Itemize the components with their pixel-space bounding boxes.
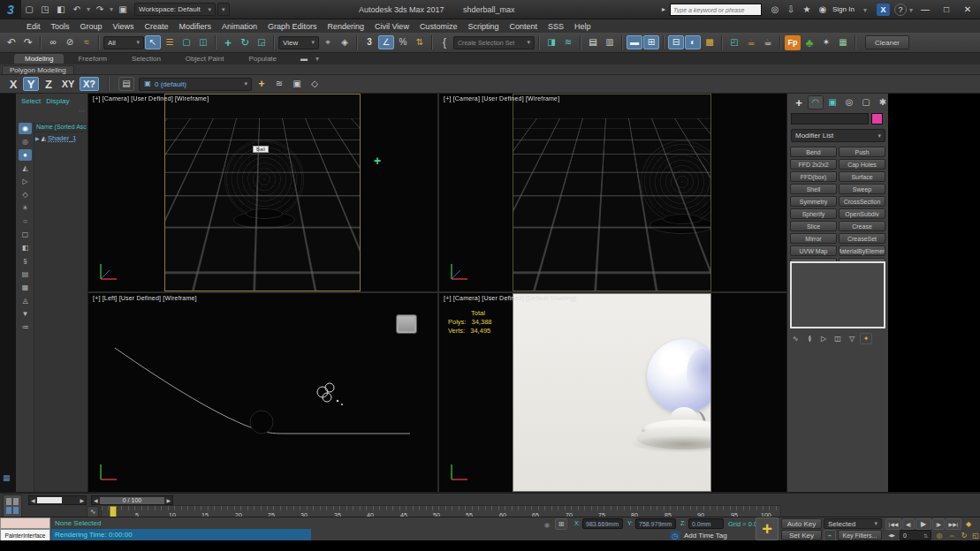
align-icon[interactable]: ≋ (560, 35, 576, 49)
explorer-hscrollbar[interactable]: ◀ ▶ (28, 495, 87, 505)
snap-toggle-3d-icon[interactable]: 3 (361, 35, 377, 49)
a360-icon[interactable]: X (877, 4, 890, 16)
modifier-slice-button[interactable]: Slice (790, 221, 837, 231)
menu-edit[interactable]: Edit (21, 22, 46, 31)
select-link-icon[interactable]: ∞ (45, 35, 61, 49)
curve-editor-icon[interactable]: ⊞ (643, 35, 659, 49)
spinner-snap-icon[interactable]: ⇅ (412, 35, 428, 49)
viewport-label[interactable]: [+] [Left] [User Defined] [Wireframe] (93, 295, 197, 301)
select-rotate-icon[interactable]: ↻ (237, 35, 253, 49)
viewport-bottom-left[interactable]: [+] [Left] [User Defined] [Wireframe] (88, 293, 437, 492)
forest-tree-icon[interactable]: ♣ (801, 35, 817, 49)
layer-stack-icon[interactable]: ▤ (118, 77, 134, 91)
open-file-icon[interactable]: ◳ (37, 3, 53, 17)
play-button[interactable]: ▶ (915, 518, 931, 530)
make-unique-icon[interactable]: ◫ (832, 333, 844, 344)
frame-counter-bar[interactable]: ◀ 0 / 100 ▶ (91, 495, 173, 505)
expand-arrow-icon[interactable]: ▶ (35, 135, 40, 141)
current-frame-field[interactable]: 0 ⇅ (900, 530, 931, 540)
schematic-view-icon[interactable]: ⊟ (668, 35, 684, 49)
panel-tab-display-icon[interactable]: ▢ (858, 95, 874, 109)
viewport-label[interactable]: [+] [Camera] [User Defined] [Default Sha… (444, 295, 576, 301)
menu-content[interactable]: Content (504, 22, 543, 31)
new-file-icon[interactable]: ▢ (21, 3, 37, 17)
explorer-item-label[interactable]: Shader_1 (48, 134, 77, 142)
named-selection-set-dropdown[interactable]: Create Selection Set ▾ (453, 36, 535, 49)
viewport-top-right[interactable]: [+] [Camera] [User Defined] [Wireframe] (439, 94, 786, 291)
viewport-top-left[interactable]: Ball [+] [Camera] [User Defined] [Wirefr… (88, 94, 437, 291)
modifier-surface-button[interactable]: Surface (839, 171, 885, 182)
modifier-ffd2-button[interactable]: FFD 2x2x2 (790, 159, 837, 170)
ribbon-tab-object-paint[interactable]: Object Paint (175, 54, 235, 64)
modifier-creaseset-button[interactable]: CreaseSet (839, 233, 885, 244)
filter-display-none-icon[interactable]: ◎ (19, 136, 32, 147)
frame-next-icon[interactable]: ▶ (164, 497, 172, 503)
workspace-dropdown[interactable]: Workspace: Default ▾ (134, 3, 216, 16)
object-name-field[interactable] (791, 113, 869, 125)
viewport-divider-horizontal[interactable] (88, 291, 786, 293)
z-coord-field[interactable]: 0.0mm (688, 518, 724, 529)
ribbon-tab-selection[interactable]: Selection (121, 54, 171, 64)
select-manipulate-icon[interactable]: ◈ (337, 35, 353, 49)
select-object-icon[interactable]: ↖ (145, 35, 161, 49)
edit-named-sets-icon[interactable]: { (437, 35, 452, 49)
help-icon[interactable]: ? (894, 4, 907, 16)
set-key-button[interactable]: Set Key (781, 530, 822, 540)
menu-graph-editors[interactable]: Graph Editors (262, 22, 323, 31)
maxscript-listener-tab[interactable]: PainterInterface (0, 529, 50, 541)
maximize-button[interactable]: □ (938, 3, 954, 17)
communication-center-icon[interactable]: ◎ (767, 3, 783, 17)
rectangular-region-icon[interactable]: ▢ (179, 35, 194, 49)
auto-key-button[interactable]: Auto Key (781, 518, 822, 529)
modifier-uvwmap-button[interactable]: UVW Map (790, 245, 837, 256)
previous-frame-button[interactable]: ◀| (902, 518, 915, 530)
filter-display-all-icon[interactable]: ◉ (19, 123, 32, 134)
filter-cameras-icon[interactable]: ◇ (19, 189, 32, 200)
remove-modifier-icon[interactable]: ▽ (846, 333, 858, 344)
ribbon-minimize-icon[interactable]: ▬ (298, 53, 310, 64)
modifier-crosssection-button[interactable]: CrossSection (839, 196, 885, 207)
axis-z-button[interactable]: Z (41, 77, 57, 91)
explorer-tab-select[interactable]: Select (21, 97, 41, 105)
filter-containers-icon[interactable]: ▤ (19, 268, 32, 280)
modifier-bend-button[interactable]: Bend (790, 147, 837, 157)
filter-materials-icon[interactable]: ▦ (19, 282, 32, 293)
select-scale-icon[interactable]: ◲ (254, 35, 270, 49)
panel-tab-motion-icon[interactable]: ◎ (841, 95, 857, 109)
save-file-icon[interactable]: ◧ (53, 3, 69, 17)
ribbon-tab-modeling[interactable]: Modeling (14, 54, 64, 64)
modifier-spherify-button[interactable]: Spherify (790, 208, 837, 219)
rendered-frame-window-icon[interactable]: ◰ (726, 35, 742, 49)
panel-tab-modify-icon[interactable]: ◠ (808, 95, 824, 109)
reference-coordinate-dropdown[interactable]: View ▾ (278, 36, 319, 49)
undo-icon[interactable]: ↶ (69, 3, 85, 17)
menu-group[interactable]: Group (75, 22, 108, 31)
window-crossing-icon[interactable]: ◫ (195, 35, 211, 49)
create-layer-icon[interactable]: + (254, 77, 270, 91)
object-color-swatch[interactable] (871, 113, 883, 125)
explorer-row-shader1[interactable]: ▶ ◭ Shader_1 (34, 132, 87, 144)
filter-spacewarps-icon[interactable]: ○ (19, 215, 32, 227)
lock-stack-icon[interactable]: ≬ (803, 333, 816, 344)
unlink-icon[interactable]: ⊘ (62, 35, 78, 49)
angle-snap-icon[interactable]: ∠ (378, 35, 394, 49)
key-filters-button[interactable]: Key Filters... (838, 530, 882, 540)
pin-stack-icon[interactable]: ∿ (789, 333, 801, 344)
render-setup-icon[interactable]: ▩ (702, 35, 718, 49)
filter-custom-icon[interactable]: ≔ (19, 321, 32, 333)
filter-bones-icon[interactable]: § (19, 255, 32, 267)
bind-spacewarp-icon[interactable]: ≈ (79, 35, 95, 49)
sign-in-link[interactable]: Sign In (832, 5, 855, 13)
key-mode-dropdown[interactable]: Selected ▾ (824, 518, 882, 529)
viewport-layout-button[interactable] (3, 494, 22, 517)
modifier-mirror-button[interactable]: Mirror (790, 233, 837, 244)
frame-prev-icon[interactable]: ◀ (92, 497, 100, 503)
layer-props-icon[interactable]: ◇ (307, 77, 323, 91)
axis-x-button[interactable]: X (5, 77, 21, 91)
floating-thumbnail[interactable] (396, 314, 417, 334)
max-logo-icon[interactable]: 3 (0, 0, 21, 19)
menu-scripting[interactable]: Scripting (462, 22, 504, 31)
select-layer-icon[interactable]: ▣ (289, 77, 305, 91)
filter-sort-icon[interactable]: ▼ (19, 308, 32, 320)
forestpack-icon[interactable]: Fp (785, 35, 801, 50)
